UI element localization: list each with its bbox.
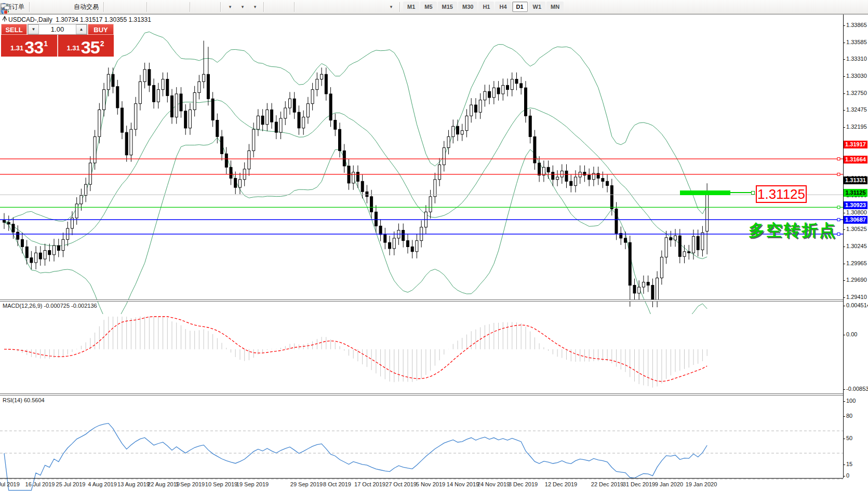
- line-handle[interactable]: [837, 219, 840, 221]
- rsi-tick-label: 15: [846, 461, 852, 467]
- price-tick-label: 1.29410: [846, 294, 867, 300]
- toolbar-separator: [399, 2, 400, 12]
- macd-signal-line: [4, 317, 707, 381]
- timeframe-h4[interactable]: H4: [495, 2, 511, 12]
- main-toolbar: 新订单 自动交易 ▾ ▾ ▾ E F A T ▾ M1M5M15M30H1H4D…: [0, 0, 868, 14]
- price-tick-mark: [843, 127, 845, 128]
- rsi-tick-label: 0: [846, 472, 849, 479]
- date-label: 10 Sep 2019: [205, 481, 237, 487]
- dropdown-arrow-icon: ▾: [254, 4, 257, 9]
- price-tick-label: 1.32475: [846, 106, 867, 113]
- price-tick-label: 1.33310: [846, 56, 867, 62]
- search-icon[interactable]: [839, 1, 851, 12]
- line-handle[interactable]: [837, 206, 840, 209]
- toolbar-separator: [146, 2, 147, 12]
- tile-windows-icon[interactable]: [175, 1, 186, 12]
- vertical-line-tool-icon[interactable]: [298, 1, 309, 12]
- line-chart-icon[interactable]: [132, 1, 143, 12]
- rsi-tick-mark: [843, 416, 845, 417]
- new-chart-dropdown[interactable]: ▾: [224, 1, 235, 12]
- buy-price-big: 35: [81, 39, 100, 55]
- zoom-in-icon[interactable]: [150, 1, 162, 12]
- date-label: 9 Jan 2020: [655, 481, 683, 487]
- price-tick-label: 1.33585: [846, 39, 867, 45]
- date-label: 17 Oct 2019: [354, 481, 385, 487]
- horizontal-line-tool-icon[interactable]: [310, 1, 322, 12]
- date-label: 22 Dec 2019: [591, 481, 623, 487]
- zoom-out-icon[interactable]: [163, 1, 174, 12]
- one-click-trading-panel: SELL ▼ ▲ BUY 1.31331 1.31352: [1, 24, 114, 57]
- date-label: 19 Sep 2019: [236, 481, 269, 487]
- price-tick-mark: [843, 247, 845, 247]
- rsi-tick-mark: [843, 465, 845, 465]
- macd-tick-mark: [843, 389, 845, 390]
- channel-tool-icon[interactable]: E: [335, 1, 346, 12]
- arrows-dropdown[interactable]: ▾: [385, 1, 396, 12]
- toolbar-separator: [190, 2, 190, 12]
- bar-chart-icon[interactable]: [107, 1, 118, 12]
- timeframe-m30[interactable]: M30: [458, 2, 477, 12]
- price-tick-label: 1.30245: [846, 243, 867, 249]
- price-pane[interactable]: [0, 29, 843, 314]
- date-label: 1 Sep 2019: [176, 481, 205, 487]
- profiles-dropdown[interactable]: ▾: [236, 1, 248, 12]
- macd-tick-mark: [843, 335, 845, 335]
- line-handle[interactable]: [837, 233, 840, 236]
- cursor-tool-icon[interactable]: [267, 1, 278, 12]
- sell-price-big: 33: [24, 39, 43, 55]
- timeframe-w1[interactable]: W1: [529, 2, 546, 12]
- text-tool-icon[interactable]: A: [360, 1, 371, 12]
- auto-scroll-icon[interactable]: [206, 1, 217, 12]
- callout-connector-line: [730, 192, 752, 193]
- timeframe-h1[interactable]: H1: [478, 2, 494, 12]
- date-label: 31 Dec 2019: [623, 481, 655, 487]
- autotrading-button[interactable]: 自动交易: [70, 1, 100, 12]
- line-handle[interactable]: [837, 173, 840, 175]
- date-label: 19 Jan 2020: [686, 481, 717, 487]
- chart-shift-icon[interactable]: [193, 1, 205, 12]
- timeframe-m5[interactable]: M5: [420, 2, 436, 12]
- sell-price[interactable]: 1.31331: [1, 35, 57, 57]
- macd-histogram: [4, 317, 707, 388]
- buy-price[interactable]: 1.31352: [57, 35, 113, 57]
- chart-window-icon[interactable]: [45, 1, 57, 12]
- signals-icon[interactable]: [58, 1, 69, 12]
- macd-tick-mark: [843, 306, 845, 306]
- rsi-pane[interactable]: [0, 410, 843, 491]
- date-label: 25 Jul 2019: [56, 481, 86, 487]
- price-level-axis-label: 1.31664: [844, 156, 867, 163]
- price-tick-mark: [843, 93, 845, 94]
- price-tick-mark: [843, 110, 845, 111]
- candlestick-chart-icon[interactable]: [119, 1, 131, 12]
- date-label: 3 Dec 2019: [509, 481, 538, 487]
- line-handle[interactable]: [837, 158, 840, 160]
- timeframe-d1[interactable]: D1: [512, 2, 528, 12]
- crosshair-tool-icon[interactable]: [279, 1, 291, 12]
- trendline-tool-icon[interactable]: [323, 1, 334, 12]
- volume-increase-button[interactable]: ▲: [76, 24, 87, 34]
- symbol-title: USDCAD-,Daily: [8, 16, 52, 23]
- price-tick-mark: [843, 264, 845, 264]
- date-label: 8 Oct 2019: [323, 481, 351, 487]
- volume-decrease-button[interactable]: ▼: [28, 24, 39, 34]
- ohlc-values: 1.30734 1.31517 1.30355 1.31331: [56, 16, 151, 23]
- timeframe-m15[interactable]: M15: [438, 2, 457, 12]
- market-watch-icon[interactable]: [33, 1, 44, 12]
- sell-button[interactable]: SELL: [1, 24, 27, 35]
- chat-icon[interactable]: [852, 1, 863, 12]
- fibonacci-tool-icon[interactable]: F: [348, 1, 359, 12]
- indicators-dropdown[interactable]: ▾: [249, 1, 260, 12]
- pane-separator[interactable]: [0, 393, 843, 395]
- timeframe-m1[interactable]: M1: [403, 2, 419, 12]
- price-tick-mark: [843, 297, 845, 298]
- rsi-tick-mark: [843, 401, 845, 402]
- date-label: Jul 2019: [0, 481, 20, 487]
- date-label: 14 Nov 2019: [447, 481, 479, 487]
- rsi-tick-label: 50: [846, 435, 852, 441]
- dropdown-arrow-icon: ▾: [242, 4, 244, 9]
- chart-window: [0, 14, 868, 491]
- volume-stepper: ▼ ▲: [28, 24, 87, 35]
- text-label-tool-icon[interactable]: T: [372, 1, 384, 12]
- pane-separator[interactable]: [0, 299, 843, 302]
- timeframe-mn[interactable]: MN: [546, 2, 564, 12]
